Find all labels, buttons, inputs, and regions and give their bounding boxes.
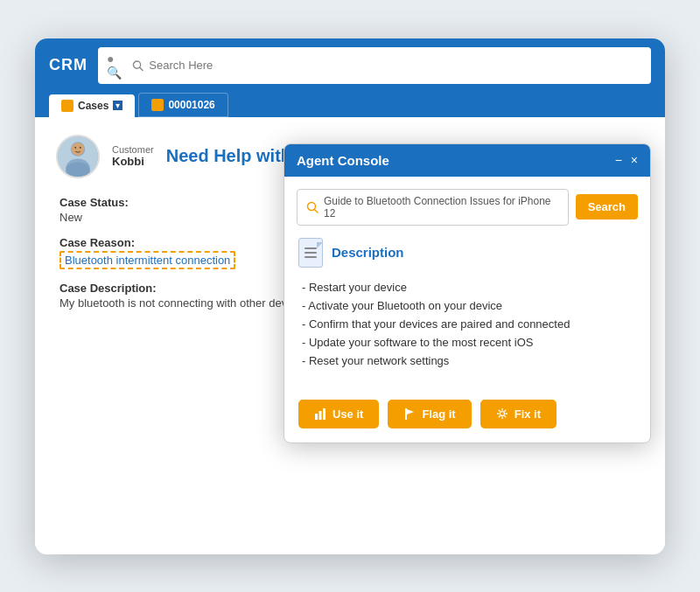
case-icon — [151, 99, 164, 111]
search-icon: ●🔍 — [107, 52, 127, 80]
tab-case-detail[interactable]: 00001026 — [138, 93, 228, 117]
tab-bar: Cases ▾ 00001026 — [35, 93, 665, 117]
agent-console-header: Agent Console − × — [284, 144, 650, 177]
action-buttons: Use it Flag it Fix it — [284, 387, 650, 442]
fix-it-button[interactable]: Fix it — [480, 400, 556, 428]
agent-console-title: Agent Console — [297, 153, 389, 168]
agent-search-query: Guide to Bluetooth Connection Issues for… — [324, 195, 559, 219]
browser-window: CRM ●🔍 Cases ▾ 00001026 — [35, 38, 665, 554]
description-list-item: - Update your software to the most recen… — [302, 333, 636, 352]
global-search-bar[interactable]: ●🔍 — [98, 47, 651, 84]
agent-search-input-container[interactable]: Guide to Bluetooth Connection Issues for… — [297, 189, 569, 226]
search-icon — [132, 59, 144, 72]
tab-cases-label: Cases — [78, 100, 108, 112]
document-icon — [298, 238, 323, 268]
top-nav: CRM ●🔍 — [35, 38, 665, 93]
avatar-image — [58, 136, 98, 177]
svg-rect-11 — [315, 414, 318, 420]
cases-icon — [61, 100, 74, 112]
customer-label: Customer — [112, 144, 154, 155]
tab-cases[interactable]: Cases ▾ — [49, 94, 135, 117]
description-list-item: - Activate your Bluetooth on your device — [302, 296, 636, 315]
fix-it-label: Fix it — [514, 407, 541, 421]
main-area: Customer Kobbi Need Help with Intermitte… — [35, 117, 665, 554]
search-button[interactable]: Search — [576, 194, 638, 219]
customer-info: Customer Kobbi — [112, 144, 154, 168]
description-list: - Restart your device- Activate your Blu… — [298, 278, 636, 370]
customer-name: Kobbi — [112, 155, 154, 168]
agent-console: Agent Console − × Guide to Bluetooth Con… — [284, 143, 651, 443]
use-it-label: Use it — [332, 407, 363, 421]
svg-point-7 — [80, 146, 81, 148]
description-list-item: - Reset your network settings — [302, 352, 636, 370]
description-list-item: - Confirm that your devices are paired a… — [302, 315, 636, 333]
description-header: Description — [298, 238, 636, 268]
avatar — [56, 135, 100, 178]
tab-case-detail-label: 00001026 — [168, 99, 214, 111]
flag-icon — [403, 407, 416, 420]
svg-line-10 — [315, 209, 318, 212]
svg-point-15 — [500, 412, 504, 416]
flag-it-label: Flag it — [422, 407, 455, 421]
minimize-button[interactable]: − — [615, 154, 622, 166]
svg-rect-12 — [319, 411, 322, 420]
close-button[interactable]: × — [631, 154, 638, 166]
description-list-item: - Restart your device — [302, 278, 636, 296]
tab-cases-dropdown[interactable]: ▾ — [113, 101, 122, 110]
case-reason-value: Bluetooth intermittent connection — [60, 251, 235, 269]
description-title: Description — [332, 245, 404, 260]
agent-content: Description - Restart your device- Activ… — [284, 234, 650, 387]
svg-rect-14 — [405, 408, 407, 420]
use-it-button[interactable]: Use it — [298, 400, 379, 428]
svg-point-5 — [72, 143, 85, 156]
search-icon — [306, 201, 318, 213]
doc-lines — [301, 242, 320, 263]
doc-line — [304, 252, 317, 254]
crm-logo: CRM — [49, 56, 88, 74]
agent-console-controls: − × — [615, 154, 638, 166]
search-input[interactable] — [149, 59, 642, 72]
svg-rect-13 — [323, 408, 326, 420]
doc-line — [304, 247, 317, 249]
bar-chart-icon — [314, 407, 326, 420]
svg-line-1 — [140, 67, 143, 70]
flag-it-button[interactable]: Flag it — [388, 400, 471, 428]
agent-search-bar: Guide to Bluetooth Connection Issues for… — [284, 177, 650, 234]
gear-icon — [496, 407, 508, 420]
doc-line — [304, 256, 317, 258]
avatar-svg — [58, 135, 98, 177]
svg-point-6 — [74, 146, 76, 148]
